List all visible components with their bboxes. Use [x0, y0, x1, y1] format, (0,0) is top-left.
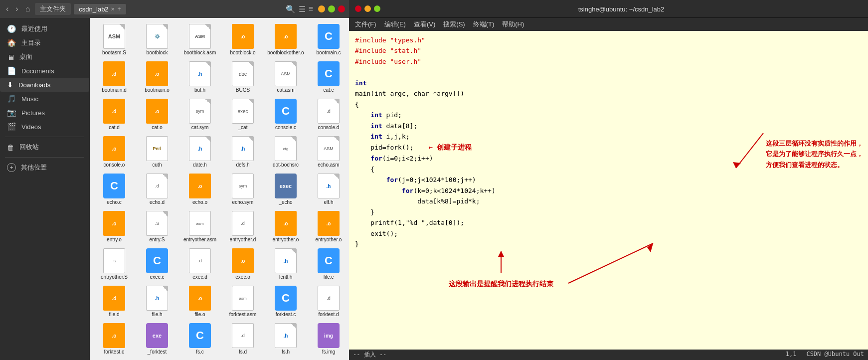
file-item[interactable]: .o entry.o — [94, 209, 135, 244]
sidebar-item-videos[interactable]: 🎬 Videos — [0, 120, 89, 134]
annotation-output-arrow — [494, 246, 509, 276]
file-item[interactable]: .o bootblockother.o — [265, 22, 306, 57]
win-minimize-icon[interactable] — [318, 5, 325, 12]
file-item[interactable]: asm forktest.asm — [222, 284, 263, 319]
file-item[interactable]: .o forktest.o — [94, 321, 135, 357]
file-item[interactable]: C forktest.c — [265, 284, 306, 319]
code-line-16: data[k%8]=pid*k; — [355, 196, 862, 206]
file-item[interactable]: .d file.d — [94, 284, 135, 319]
file-item[interactable]: .S entry.S — [137, 209, 177, 244]
file-item[interactable]: ASM bootasm.S — [94, 22, 135, 57]
file-item[interactable]: .o bootblock.o — [222, 22, 263, 57]
recent-icon: 🕐 — [7, 24, 16, 33]
file-item[interactable]: .h defs.h — [222, 134, 263, 170]
nav-home-button[interactable]: ⌂ — [23, 4, 32, 13]
file-item[interactable]: C fs.c — [179, 321, 220, 357]
file-item[interactable]: img fs.img — [308, 321, 349, 357]
file-item[interactable]: exec _cat — [222, 97, 263, 132]
file-grid-area: ASM bootasm.S ⚙️ bootblock ASM bootblock… — [90, 18, 349, 360]
file-item[interactable]: .d entryother.d — [222, 209, 263, 244]
file-item[interactable]: .d exec.d — [179, 246, 220, 282]
sidebar-item-other[interactable]: + 其他位置 — [0, 161, 89, 175]
file-item[interactable]: ⚙️ bootblock — [137, 22, 177, 57]
file-item[interactable]: .o entryother.o — [308, 209, 349, 244]
file-item[interactable]: ASM echo.asm — [308, 134, 349, 170]
home-tab[interactable]: 主文件夹 — [35, 3, 71, 15]
nav-back-button[interactable]: ‹ — [4, 4, 10, 13]
sidebar-item-desktop[interactable]: 🖥 桌面 — [0, 50, 89, 64]
file-item[interactable]: .h fcntl.h — [265, 246, 306, 282]
file-item[interactable]: .d bootmain.d — [94, 59, 135, 95]
file-item[interactable]: .o file.o — [179, 284, 220, 319]
win-maximize-icon[interactable] — [328, 5, 335, 12]
code-line-9: int data[8]; — [355, 121, 862, 131]
file-item[interactable]: .d echo.d — [137, 172, 177, 207]
file-item[interactable]: ASM bootblock.asm — [179, 22, 220, 57]
menu-view[interactable]: 查看(V) — [414, 20, 435, 29]
terminal-win-max[interactable] — [374, 5, 380, 12]
file-item[interactable]: .o bootmain.o — [137, 59, 177, 95]
file-item[interactable]: sym cat.sym — [179, 97, 220, 132]
file-item[interactable]: exec _echo — [265, 172, 306, 207]
file-item[interactable]: .o console.o — [94, 134, 135, 170]
sidebar-item-home[interactable]: 🏠 主目录 — [0, 36, 89, 50]
code-line-18: printf(1,"%d ",data[0]); — [355, 217, 862, 228]
terminal-win-close[interactable] — [355, 5, 361, 12]
sidebar-item-trash[interactable]: 🗑 回收站 — [0, 140, 89, 154]
menu-search[interactable]: 搜索(S) — [443, 20, 465, 29]
recent-label: 最近使用 — [21, 24, 47, 33]
file-item[interactable]: .o cat.o — [137, 97, 177, 132]
menu-help[interactable]: 帮助(H) — [502, 20, 524, 29]
file-item[interactable]: C cat.c — [308, 59, 349, 95]
list-view-button[interactable]: ☰ — [299, 4, 306, 14]
sidebar-item-pictures[interactable]: 📷 Pictures — [0, 106, 89, 120]
file-item[interactable]: .d fs.d — [222, 321, 263, 357]
file-item[interactable]: .h fs.h — [265, 321, 306, 357]
code-line-15: for(k=0;k<1024*1024;k++) — [355, 185, 862, 196]
file-item[interactable]: .h file.h — [137, 284, 177, 319]
file-item[interactable]: .h date.h — [179, 134, 220, 170]
search-button[interactable]: 🔍 — [286, 4, 296, 14]
file-item[interactable]: cfg dot-bochsrc — [265, 134, 306, 170]
menu-button[interactable]: ≡ — [309, 4, 313, 13]
file-item[interactable]: ASM cat.asm — [265, 59, 306, 95]
file-item[interactable]: C file.c — [308, 246, 349, 282]
menu-edit[interactable]: 编辑(E) — [384, 20, 406, 29]
annotation-loop: 这段三层循环没有实质性的作用， 它是为了能够让程序执行久一点， 方便我们查看进程… — [766, 138, 863, 170]
nav-forward-button[interactable]: › — [13, 4, 20, 13]
terminal-win-min[interactable] — [364, 5, 371, 12]
file-item[interactable]: C echo.c — [94, 172, 135, 207]
file-item[interactable]: .o echo.o — [179, 172, 220, 207]
sidebar-item-downloads[interactable]: ⬇ Downloads — [0, 78, 89, 92]
file-item[interactable]: C exec.c — [137, 246, 177, 282]
file-item[interactable]: .d forktest.d — [308, 284, 349, 319]
tab-close-icon[interactable]: ✕ — [111, 6, 115, 12]
file-item[interactable]: .o entryother.o — [265, 209, 306, 244]
tab-add-icon[interactable]: + — [118, 5, 121, 12]
sidebar-item-music[interactable]: 🎵 Music — [0, 92, 89, 106]
csdn-tab[interactable]: csdn_lab2 ✕ + — [74, 4, 126, 14]
terminal-menu: 文件(F) 编辑(E) 查看(V) 搜索(S) 终端(T) 帮助(H) — [349, 18, 868, 31]
file-item[interactable]: Perl cuth — [137, 134, 177, 170]
file-item[interactable]: .d console.d — [308, 97, 349, 132]
file-item[interactable]: asm entryother.asm — [179, 209, 220, 244]
menu-terminal[interactable]: 终端(T) — [473, 20, 495, 29]
file-item[interactable]: .h elf.h — [308, 172, 349, 207]
file-item[interactable]: C bootmain.c — [308, 22, 349, 57]
status-far-right: CSDN @Ubuntu Out — [806, 351, 864, 359]
file-item[interactable]: C console.c — [265, 97, 306, 132]
sidebar-item-recent[interactable]: 🕐 最近使用 — [0, 22, 89, 36]
menu-file[interactable]: 文件(F) — [355, 20, 376, 29]
code-area[interactable]: #include "types.h" #include "stat.h" #in… — [349, 31, 868, 350]
file-item[interactable]: .h buf.h — [179, 59, 220, 95]
file-item[interactable]: .d cat.d — [94, 97, 135, 132]
file-item[interactable]: doc BUGS — [222, 59, 263, 95]
file-item[interactable]: exe _forktest — [137, 321, 177, 357]
file-item[interactable]: sym echo.sym — [222, 172, 263, 207]
file-item[interactable]: .o exec.o — [222, 246, 263, 282]
win-close-icon[interactable] — [338, 5, 345, 12]
sidebar-item-documents[interactable]: 📄 Documents — [0, 64, 89, 78]
annotation-loop-arrow2 — [563, 238, 663, 288]
file-item[interactable]: .S entryother.S — [94, 246, 135, 282]
code-line-8: int pid; — [355, 110, 862, 120]
